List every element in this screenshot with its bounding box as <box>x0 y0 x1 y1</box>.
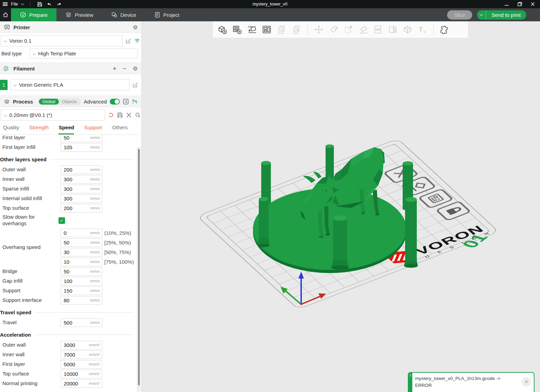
support-interface-input[interactable]: 80mm/s <box>61 296 102 305</box>
overhang-speed-0-input[interactable]: 0mm/s <box>61 229 102 237</box>
setting-row: First layer infill105mm/s <box>0 142 141 152</box>
sidebar-scrollbar[interactable] <box>137 147 141 392</box>
close-button[interactable] <box>530 2 535 7</box>
process-tab-strength[interactable]: Strength <box>29 124 49 134</box>
minimize-button[interactable] <box>504 2 509 7</box>
setting-row-group: Overhang speed0mm/s(10%, 25%)50mm/s[25%,… <box>0 228 141 266</box>
filament-settings-gear-icon[interactable]: ⚙ <box>133 65 138 72</box>
tune-parameters-icon[interactable] <box>132 99 138 105</box>
remove-filament-button[interactable]: − <box>123 65 127 72</box>
printer-settings-gear-icon[interactable]: ⚙ <box>133 24 138 31</box>
tab-prepare[interactable]: Prepare <box>11 8 56 21</box>
process-tab-others[interactable]: Others <box>112 124 128 134</box>
notification-close-icon[interactable]: × <box>522 377 531 386</box>
inner-wall-input[interactable]: 300mm/s <box>61 175 102 184</box>
process-scope-segment[interactable]: Global Objects <box>38 98 81 105</box>
chevron-down-icon <box>4 113 7 117</box>
reset-profile-icon[interactable] <box>108 112 114 118</box>
outer-wall-input[interactable]: 3000mm/s² <box>61 341 102 349</box>
add-plate-icon[interactable] <box>232 24 243 35</box>
redo-icon[interactable] <box>56 1 62 7</box>
file-menu[interactable]: File <box>11 2 18 7</box>
chevron-down-icon <box>13 83 17 86</box>
save-profile-icon[interactable] <box>117 112 123 118</box>
travel-input[interactable]: 500mm/s <box>61 318 102 327</box>
scrollbar-thumb[interactable] <box>138 149 140 385</box>
toolbar-separator <box>307 24 308 35</box>
first-layer-input[interactable]: 50mm/s <box>61 135 102 142</box>
outer-wall-input[interactable]: 200mm/s <box>61 165 102 174</box>
filament-slot-badge[interactable]: 1 <box>0 80 8 90</box>
lay-on-face-icon <box>358 24 369 35</box>
overhang-speed-2-input[interactable]: 30mm/s <box>61 248 102 257</box>
text-tool-icon: Ta <box>417 24 428 35</box>
wifi-connection-icon[interactable] <box>134 38 140 44</box>
setting-row: Travel500mm/s <box>0 318 141 327</box>
setting-row: Gap infill100mm/s <box>0 276 141 286</box>
tab-device[interactable]: Device <box>102 8 145 21</box>
parameter-list-icon[interactable] <box>123 99 129 105</box>
first-layer-input[interactable]: 5000mm/s² <box>61 360 102 369</box>
normal-printing-input[interactable]: 20000mm/s² <box>61 379 102 388</box>
send-to-print-button[interactable]: Send to print <box>477 10 526 20</box>
save-icon[interactable] <box>36 1 43 7</box>
setting-row: Outer wall3000mm/s² <box>0 340 141 350</box>
edit-printer-icon[interactable] <box>126 38 131 44</box>
assembly-icon[interactable] <box>439 24 450 35</box>
setting-row: Outer wall200mm/s <box>0 165 141 174</box>
printer-select[interactable]: Voron 0.1 <box>1 35 123 46</box>
scope-objects[interactable]: Objects <box>59 99 80 105</box>
add-filament-button[interactable]: + <box>113 65 116 72</box>
process-tab-support[interactable]: Support <box>84 124 102 134</box>
notification-text: mystery_tower_v0_PLA_1h13m.gcode -> <box>415 375 500 382</box>
slow-down-for-overhangs-checkbox[interactable]: ✓ <box>59 217 65 224</box>
setting-row: Sparse infill300mm/s <box>0 184 141 194</box>
undo-icon[interactable] <box>46 1 52 7</box>
overhang-speed-3-input[interactable]: 10mm/s <box>61 258 102 266</box>
home-button[interactable] <box>0 8 11 21</box>
slice-result-notification: ? mystery_tower_v0_PLA_1h13m.gcode -> ER… <box>408 372 534 392</box>
settings-section-other-layers-speed: Other layers speed <box>0 154 141 165</box>
search-icon[interactable] <box>135 112 141 118</box>
tab-preview[interactable]: Preview <box>56 8 102 21</box>
first-layer-infill-input[interactable]: 105mm/s <box>61 143 102 152</box>
top-surface-input[interactable]: 10000mm/s² <box>61 370 102 378</box>
viewport-3d[interactable]: VORON D E S I G N 01 <box>142 21 540 392</box>
add-object-icon[interactable] <box>217 24 228 35</box>
process-profile-select[interactable]: 0.20mm @V0.1 (*) <box>1 109 105 121</box>
internal-solid-infill-input[interactable]: 300mm/s <box>61 194 102 203</box>
process-tab-quality[interactable]: Quality <box>3 124 19 134</box>
preview-icon <box>65 12 72 18</box>
hamburger-menu-icon[interactable] <box>3 2 8 7</box>
setting-row: Bridge50mm/s <box>0 266 141 276</box>
filament-icon <box>4 65 10 72</box>
setting-row: First layer50mm/s <box>0 135 141 142</box>
send-options-chevron-icon[interactable] <box>477 10 486 20</box>
overhang-speed-1-input[interactable]: 50mm/s <box>61 238 102 247</box>
filament-select[interactable]: Voron Generic PLA <box>10 79 130 90</box>
process-tab-speed[interactable]: Speed <box>59 124 74 134</box>
sparse-infill-input[interactable]: 300mm/s <box>61 185 102 193</box>
gap-infill-input[interactable]: 100mm/s <box>61 277 102 285</box>
tab-project[interactable]: Project <box>145 8 189 21</box>
inner-wall-input[interactable]: 7000mm/s² <box>61 350 102 359</box>
auto-orient-icon[interactable]: AUTO <box>246 24 257 35</box>
advanced-toggle[interactable] <box>110 99 120 105</box>
top-surface-input[interactable]: 200mm/s <box>61 204 102 213</box>
support-input[interactable]: 150mm/s <box>61 286 102 295</box>
split-to-objects-icon <box>372 24 383 35</box>
setting-row: First layer5000mm/s² <box>0 359 141 369</box>
chevron-down-icon[interactable] <box>21 2 24 6</box>
setting-row: 10mm/s[75%, 100%) <box>61 257 134 266</box>
maximize-button[interactable] <box>517 2 522 7</box>
bed-type-select[interactable]: High Temp Plate <box>30 48 138 58</box>
bridge-input[interactable]: 50mm/s <box>61 267 102 276</box>
scale-icon <box>343 24 354 35</box>
arrange-icon[interactable] <box>261 24 272 35</box>
edit-filament-icon[interactable] <box>133 82 138 88</box>
slice-button[interactable]: Slice <box>447 10 472 20</box>
scene-3d[interactable]: VORON D E S I G N 01 <box>142 21 540 392</box>
delete-profile-icon[interactable] <box>126 112 132 118</box>
sidebar: Printer ⚙ Voron 0.1 Bed type High Temp P… <box>0 21 142 392</box>
scope-global[interactable]: Global <box>39 99 59 105</box>
